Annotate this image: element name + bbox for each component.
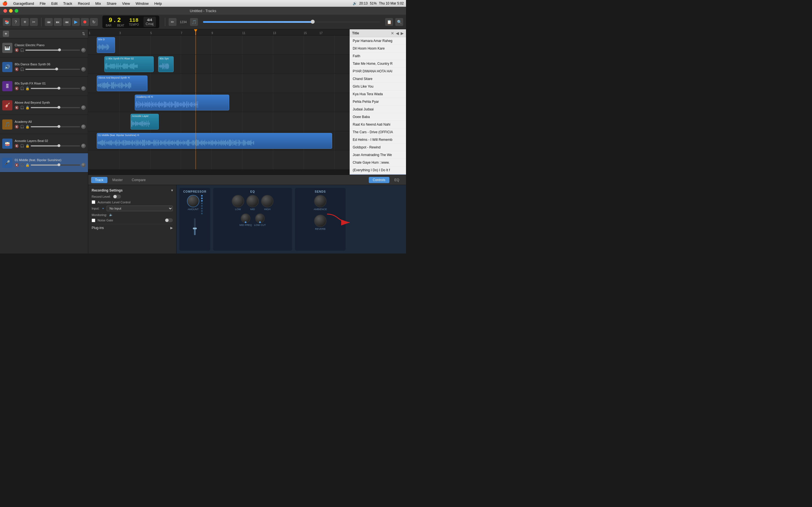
playlist-item-14[interactable]: Goldspot - Rewind xyxy=(350,144,406,151)
sidebar-close-icon[interactable]: ✕ xyxy=(391,31,394,36)
clip-1[interactable]: ◇ 80s Synth FX Riser 02 xyxy=(104,56,154,72)
clip-2[interactable]: 80s Syn xyxy=(158,56,174,72)
track-pan-knob-5[interactable] xyxy=(81,144,86,148)
track-volume-slider-0[interactable] xyxy=(26,50,80,51)
playlist-item-15[interactable]: Joan Armatrading The We xyxy=(350,151,406,159)
track-volume-thumb-5[interactable] xyxy=(57,144,60,147)
maximize-button[interactable] xyxy=(15,9,18,13)
compressor-dot-6[interactable] xyxy=(201,208,203,209)
track-lock-icon-6[interactable]: 🔒 xyxy=(26,163,30,167)
track-volume-slider-3[interactable] xyxy=(31,107,80,108)
menu-view[interactable]: View xyxy=(121,1,131,6)
track-headphone-icon-6[interactable]: 🎧 xyxy=(20,163,24,167)
clip-0[interactable]: 80s D xyxy=(97,37,115,53)
cycle-button[interactable]: ↻ xyxy=(90,18,98,26)
compressor-dot-4[interactable] xyxy=(201,203,203,204)
compressor-slider[interactable] xyxy=(194,218,196,235)
metronome-btn[interactable]: 🎵 xyxy=(190,18,198,26)
track-volume-slider-6[interactable] xyxy=(31,165,80,166)
apple-menu[interactable]: 🍎 xyxy=(2,1,8,6)
playlist-item-13[interactable]: Ed Helms - I Will Rememb xyxy=(350,136,406,144)
eq-low-cut-knob[interactable] xyxy=(255,214,265,223)
timeline-ruler[interactable]: 1357911131517 xyxy=(88,29,350,36)
track-lock-icon-3[interactable]: 🔒 xyxy=(26,106,30,110)
track-pan-knob-6[interactable] xyxy=(81,163,86,167)
recording-settings-toggle-icon[interactable]: ▾ xyxy=(171,188,173,192)
track-item-1[interactable]: 🔊 80s Dance Bass Synth 06 🔇 🎧 xyxy=(0,57,88,76)
tab-eq[interactable]: EQ xyxy=(391,177,403,183)
tab-controls[interactable]: Controls xyxy=(369,177,389,183)
track-headphone-icon-3[interactable]: 🎧 xyxy=(20,106,24,110)
track-lock-icon-5[interactable]: 🔒 xyxy=(26,144,30,148)
track-headphone-icon-4[interactable]: 🎧 xyxy=(20,125,24,129)
sidebar-prev-icon[interactable]: ◀ xyxy=(396,31,399,36)
compressor-dot-5[interactable] xyxy=(201,205,203,207)
clip-4[interactable]: Academy All ⟲ xyxy=(135,95,229,110)
cursor-btn[interactable]: ✏ xyxy=(168,18,176,26)
track-headphone-icon-1[interactable]: 🎧 xyxy=(20,67,24,71)
track-headphone-icon-5[interactable]: 🎧 xyxy=(20,144,24,148)
rewind-button[interactable]: ⏮ xyxy=(45,18,53,26)
toolbar-browser-btn[interactable]: 📋 xyxy=(385,18,393,26)
eq-low-knob[interactable] xyxy=(232,195,244,207)
clip-3[interactable]: Above And Beyond Synth ⟲ xyxy=(97,75,147,91)
playlist-item-6[interactable]: Girls Like You xyxy=(350,83,406,91)
monitoring-icon[interactable]: 🔈 xyxy=(109,213,113,217)
track-item-6[interactable]: 🎤 01 Middle (feat. Bipolar Sunshine) 🔇 🎧… xyxy=(0,153,88,172)
toolbar-help-btn[interactable]: ? xyxy=(12,18,20,26)
eq-high-knob[interactable] xyxy=(261,195,273,207)
track-pan-knob-0[interactable] xyxy=(81,48,86,52)
playlist-item-10[interactable]: Ooee Baba xyxy=(350,113,406,121)
playlist-item-3[interactable]: Take Me Home, Country R xyxy=(350,60,406,68)
eq-mid-knob[interactable] xyxy=(246,195,259,207)
add-track-button[interactable]: + xyxy=(3,31,9,37)
play-button[interactable]: ▶ xyxy=(72,18,80,26)
playlist-item-9[interactable]: Judaai Judaai xyxy=(350,106,406,113)
compressor-dot-3[interactable] xyxy=(201,200,203,202)
track-item-3[interactable]: 🎸 Above And Beyond Synth 🔇 🎧 🔒 xyxy=(0,96,88,115)
playlist-item-17[interactable]: (Everything I Do) I Do It f xyxy=(350,166,406,174)
track-mute-icon-2[interactable]: 🔇 xyxy=(15,87,19,91)
track-item-2[interactable]: 🎛 80s Synth FX Riser 01 🔇 🎧 🔒 xyxy=(0,76,88,96)
noise-gate-checkbox[interactable] xyxy=(92,219,95,222)
playlist-item-16[interactable]: Chale Gaye Hum ::www. xyxy=(350,159,406,166)
playlist-item-1[interactable]: Dil Hoom Hoom Kare xyxy=(350,45,406,52)
track-pan-knob-1[interactable] xyxy=(81,67,86,71)
track-headphone-icon-2[interactable]: 🎧 xyxy=(20,87,24,91)
track-volume-thumb-1[interactable] xyxy=(55,68,58,70)
compressor-dot-7[interactable] xyxy=(201,210,203,212)
track-volume-thumb-3[interactable] xyxy=(57,106,60,109)
track-volume-slider-2[interactable] xyxy=(31,88,80,89)
track-volume-slider-5[interactable] xyxy=(31,145,80,147)
track-volume-thumb-2[interactable] xyxy=(57,87,60,90)
track-volume-thumb-0[interactable] xyxy=(58,48,61,51)
playlist-item-4[interactable]: PYAR DIWANA HOTA HAI xyxy=(350,68,406,75)
compressor-dot-1[interactable] xyxy=(201,195,203,196)
track-item-0[interactable]: 🎹 Classic Electric Piano 🔇 🎧 xyxy=(0,38,88,57)
menu-edit[interactable]: Edit xyxy=(50,1,59,6)
track-mute-icon-5[interactable]: 🔇 xyxy=(15,144,19,148)
record-button[interactable]: ⏺ xyxy=(81,18,89,26)
track-lock-icon-4[interactable]: 🔒 xyxy=(26,125,30,129)
menu-record[interactable]: Record xyxy=(77,1,91,6)
playlist-item-2[interactable]: Faith xyxy=(350,52,406,60)
menu-garageband[interactable]: GarageBand xyxy=(12,1,35,6)
track-mute-icon-0[interactable]: 🔇 xyxy=(15,48,19,52)
track-sort-button[interactable]: ⇅ xyxy=(82,32,85,36)
track-volume-slider-4[interactable] xyxy=(31,126,80,127)
volume-icon[interactable]: 🔊 xyxy=(353,1,357,5)
master-volume-slider[interactable] xyxy=(203,21,380,23)
toolbar-search-btn[interactable]: 🔍 xyxy=(395,18,403,26)
track-volume-slider-1[interactable] xyxy=(26,69,80,70)
compressor-slider-thumb[interactable] xyxy=(193,228,197,229)
toolbar-smartcontrols-btn[interactable]: ☀ xyxy=(21,18,29,26)
clip-6[interactable]: 01 Middle (feat. Bipolar Sunshine) ⟲ xyxy=(97,133,332,149)
track-volume-thumb-4[interactable] xyxy=(57,125,60,128)
compressor-dot-8[interactable] xyxy=(201,213,203,214)
tab-track[interactable]: Track xyxy=(91,177,107,183)
minimize-button[interactable] xyxy=(9,9,13,13)
track-volume-thumb-6[interactable] xyxy=(57,163,60,166)
menu-help[interactable]: Help xyxy=(153,1,163,6)
compressor-amount-knob[interactable] xyxy=(187,195,199,207)
playhead[interactable] xyxy=(195,29,196,35)
